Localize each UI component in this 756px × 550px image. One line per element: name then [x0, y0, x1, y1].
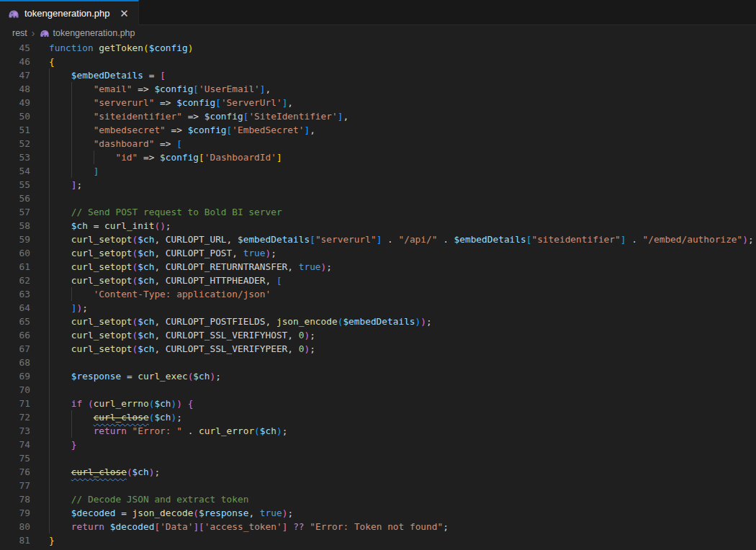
code-line[interactable]: 60 curl_setopt($ch, CURLOPT_POST, true);: [0, 246, 756, 260]
code-line[interactable]: 67 curl_setopt($ch, CURLOPT_SSL_VERIFYPE…: [0, 342, 756, 356]
line-number: 73: [0, 424, 30, 438]
code-text: if (curl_errno($ch)) {: [30, 397, 193, 410]
code-line[interactable]: 45function getToken($config): [0, 41, 756, 55]
code-text: curl_setopt($ch, CURLOPT_HTTPHEADER, [: [30, 274, 282, 287]
code-line[interactable]: 49 "serverurl" => $config['ServerUrl'],: [0, 96, 756, 109]
breadcrumb: rest › tokengeneration.php: [0, 25, 756, 41]
code-line[interactable]: 52 "dashboard" => [: [0, 137, 756, 150]
code-text: return "Error: " . curl_error($ch);: [30, 424, 287, 438]
line-number: 48: [0, 82, 30, 96]
chevron-right-icon: ›: [31, 29, 36, 37]
code-line[interactable]: 55 ];: [0, 178, 756, 191]
code-lines: 45function getToken($config)46{47 $embed…: [0, 41, 756, 547]
code-text: "email" => $config['UserEmail'],: [30, 82, 271, 96]
php-elephant-icon: [40, 28, 50, 38]
line-number: 57: [0, 205, 30, 219]
code-line[interactable]: 59 curl_setopt($ch, CURLOPT_URL, $embedD…: [0, 233, 756, 246]
code-line[interactable]: 58 $ch = curl_init();: [0, 219, 756, 233]
code-text: [30, 191, 49, 205]
code-line[interactable]: 78 // Decode JSON and extract token: [0, 492, 756, 506]
code-text: }: [30, 438, 77, 451]
code-line[interactable]: 70: [0, 383, 756, 397]
line-number: 50: [0, 109, 30, 123]
line-number: 69: [0, 369, 30, 383]
code-line[interactable]: 56: [0, 191, 756, 205]
code-line[interactable]: 81}: [0, 533, 756, 547]
line-number: 53: [0, 150, 30, 164]
line-number: 58: [0, 219, 30, 233]
code-line[interactable]: 73 return "Error: " . curl_error($ch);: [0, 424, 756, 438]
code-text: "embedsecret" => $config['EmbedSecret'],: [30, 123, 315, 137]
code-line[interactable]: 48 "email" => $config['UserEmail'],: [0, 82, 756, 96]
line-number: 78: [0, 492, 30, 506]
code-text: "siteidentifier" => $config['SiteIdentif…: [30, 109, 348, 123]
code-line[interactable]: 69 $response = curl_exec($ch);: [0, 369, 756, 383]
code-line[interactable]: 64 ]);: [0, 301, 756, 315]
code-line[interactable]: 79 $decoded = json_decode($response, tru…: [0, 506, 756, 520]
code-text: [30, 383, 49, 397]
line-number: 79: [0, 506, 30, 520]
tab-close-icon[interactable]: ✕: [118, 7, 131, 20]
code-line[interactable]: 77: [0, 479, 756, 492]
code-text: curl_setopt($ch, CURLOPT_POSTFIELDS, jso…: [30, 315, 432, 328]
code-line[interactable]: 68: [0, 356, 756, 369]
code-text: curl_setopt($ch, CURLOPT_SSL_VERIFYHOST,…: [30, 328, 315, 342]
line-number: 67: [0, 342, 30, 356]
code-text: // Decode JSON and extract token: [30, 492, 248, 506]
code-line[interactable]: 76 curl_close($ch);: [0, 465, 756, 479]
code-line[interactable]: 54 ]: [0, 164, 756, 178]
code-text: [30, 479, 49, 492]
tab-title: tokengeneration.php: [24, 8, 110, 19]
breadcrumb-folder[interactable]: rest: [12, 28, 27, 38]
tab-tokengeneration[interactable]: tokengeneration.php ✕: [0, 0, 139, 25]
code-text: ];: [30, 178, 82, 191]
code-line[interactable]: 57 // Send POST request to Bold BI serve…: [0, 205, 756, 219]
code-text: curl_setopt($ch, CURLOPT_URL, $embedDeta…: [30, 233, 754, 246]
code-line[interactable]: 50 "siteidentifier" => $config['SiteIden…: [0, 109, 756, 123]
line-number: 74: [0, 438, 30, 451]
code-text: function getToken($config): [30, 41, 193, 55]
line-number: 54: [0, 164, 30, 178]
code-text: ]: [30, 164, 99, 178]
line-number: 64: [0, 301, 30, 315]
code-text: {: [30, 55, 55, 68]
line-number: 60: [0, 246, 30, 260]
code-line[interactable]: 51 "embedsecret" => $config['EmbedSecret…: [0, 123, 756, 137]
php-elephant-icon: [8, 8, 19, 19]
code-line[interactable]: 63 'Content-Type: application/json': [0, 287, 756, 301]
code-text: curl_close($ch);: [30, 465, 160, 479]
line-number: 56: [0, 191, 30, 205]
code-line[interactable]: 61 curl_setopt($ch, CURLOPT_RETURNTRANSF…: [0, 260, 756, 274]
code-line[interactable]: 71 if (curl_errno($ch)) {: [0, 397, 756, 410]
code-text: [30, 356, 49, 369]
code-line[interactable]: 80 return $decoded['Data']['access_token…: [0, 520, 756, 533]
code-editor[interactable]: 45function getToken($config)46{47 $embed…: [0, 41, 756, 550]
code-line[interactable]: 53 "id" => $config['DashboardId']: [0, 150, 756, 164]
breadcrumb-file[interactable]: tokengeneration.php: [53, 28, 135, 38]
code-text: curl_close($ch);: [30, 410, 182, 424]
code-text: "serverurl" => $config['ServerUrl'],: [30, 96, 293, 109]
code-line[interactable]: 62 curl_setopt($ch, CURLOPT_HTTPHEADER, …: [0, 274, 756, 287]
line-number: 70: [0, 383, 30, 397]
code-text: "id" => $config['DashboardId']: [30, 150, 282, 164]
code-text: [30, 451, 49, 465]
code-line[interactable]: 65 curl_setopt($ch, CURLOPT_POSTFIELDS, …: [0, 315, 756, 328]
code-text: curl_setopt($ch, CURLOPT_SSL_VERIFYPEER,…: [30, 342, 315, 356]
line-number: 52: [0, 137, 30, 150]
line-number: 63: [0, 287, 30, 301]
code-text: // Send POST request to Bold BI server: [30, 205, 282, 219]
code-line[interactable]: 66 curl_setopt($ch, CURLOPT_SSL_VERIFYHO…: [0, 328, 756, 342]
code-line[interactable]: 72 curl_close($ch);: [0, 410, 756, 424]
line-number: 47: [0, 68, 30, 82]
line-number: 68: [0, 356, 30, 369]
tab-bar: tokengeneration.php ✕: [0, 0, 756, 25]
code-text: }: [30, 533, 55, 547]
line-number: 71: [0, 397, 30, 410]
line-number: 51: [0, 123, 30, 137]
line-number: 49: [0, 96, 30, 109]
code-line[interactable]: 47 $embedDetails = [: [0, 68, 756, 82]
code-line[interactable]: 75: [0, 451, 756, 465]
code-line[interactable]: 74 }: [0, 438, 756, 451]
line-number: 59: [0, 233, 30, 246]
code-line[interactable]: 46{: [0, 55, 756, 68]
